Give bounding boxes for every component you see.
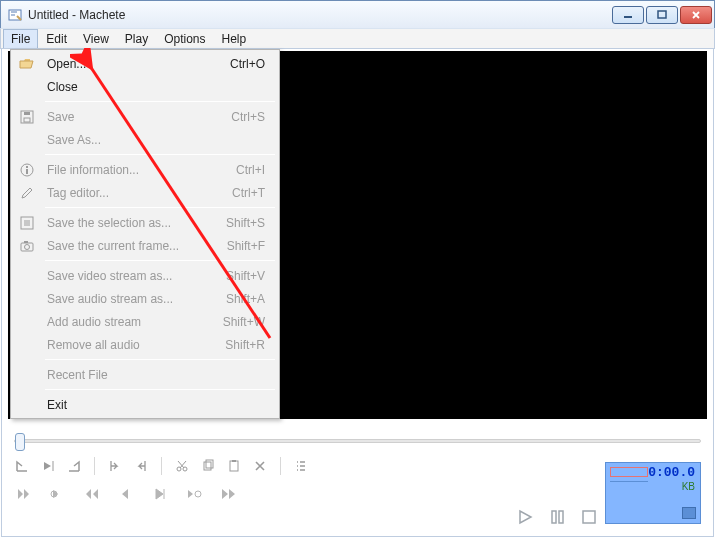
- playback-buttons: [515, 508, 599, 526]
- maximize-button[interactable]: [646, 6, 678, 24]
- list-icon[interactable]: [293, 458, 309, 474]
- sel-start-icon[interactable]: [107, 458, 123, 474]
- next-key-icon[interactable]: [184, 485, 204, 503]
- seek-bar[interactable]: [8, 427, 707, 451]
- menu-separator: [45, 359, 275, 360]
- menu-close-label: Close: [41, 80, 265, 94]
- menu-file-info: File information... Ctrl+I: [13, 158, 277, 181]
- menu-edit[interactable]: Edit: [38, 29, 75, 48]
- window-buttons: [612, 6, 712, 24]
- menu-help[interactable]: Help: [214, 29, 255, 48]
- svg-rect-8: [230, 461, 238, 471]
- pencil-icon: [13, 186, 41, 200]
- prev-key-icon[interactable]: [48, 485, 68, 503]
- menu-open[interactable]: Open... Ctrl+O: [13, 52, 277, 75]
- svg-rect-14: [583, 511, 595, 523]
- menu-exit[interactable]: Exit: [13, 393, 277, 416]
- title-bar: Untitled - Machete: [0, 0, 715, 28]
- svg-rect-2: [658, 11, 666, 18]
- time-display: 0:00.0: [648, 465, 695, 480]
- menu-separator: [45, 260, 275, 261]
- svg-point-24: [25, 244, 30, 249]
- menu-info-accel: Ctrl+I: [236, 163, 277, 177]
- menu-separator: [45, 154, 275, 155]
- camera-icon: [13, 239, 41, 253]
- svg-rect-6: [204, 462, 211, 470]
- svg-rect-17: [24, 112, 30, 115]
- size-unit: KB: [682, 481, 695, 492]
- seek-thumb[interactable]: [15, 433, 25, 451]
- menu-rmaud-accel: Shift+R: [225, 338, 277, 352]
- minimize-button[interactable]: [612, 6, 644, 24]
- menu-recent-file: Recent File: [13, 363, 277, 386]
- menu-save-as: Save As...: [13, 128, 277, 151]
- toolbar-separator: [94, 457, 95, 475]
- svg-rect-19: [26, 169, 28, 174]
- time-panel: 0:00.0 KB: [605, 462, 701, 524]
- menu-bar: File Edit View Play Options Help: [0, 28, 715, 49]
- step-back-icon[interactable]: [116, 485, 136, 503]
- panel-indicator: [610, 467, 648, 477]
- svg-rect-9: [232, 460, 236, 462]
- menu-view[interactable]: View: [75, 29, 117, 48]
- menu-rmaud-label: Remove all audio: [41, 338, 225, 352]
- panel-chip-icon: [682, 507, 696, 519]
- menu-options[interactable]: Options: [156, 29, 213, 48]
- menu-tag-label: Tag editor...: [41, 186, 232, 200]
- menu-tag-editor: Tag editor... Ctrl+T: [13, 181, 277, 204]
- menu-savesel-accel: Shift+S: [226, 216, 277, 230]
- menu-recent-label: Recent File: [41, 368, 265, 382]
- menu-saveas-label: Save As...: [41, 133, 265, 147]
- save-sel-icon: [13, 216, 41, 230]
- toolbar-separator: [161, 457, 162, 475]
- skip-fwd-icon[interactable]: [218, 485, 238, 503]
- menu-addaud-accel: Shift+W: [223, 315, 277, 329]
- menu-addaud-label: Add audio stream: [41, 315, 223, 329]
- menu-save-video-stream: Save video stream as... Shift+V: [13, 264, 277, 287]
- paste-icon[interactable]: [226, 458, 242, 474]
- menu-exit-label: Exit: [41, 398, 265, 412]
- step-fwd-icon[interactable]: [150, 485, 170, 503]
- mark-play-icon[interactable]: [40, 458, 56, 474]
- window-title: Untitled - Machete: [28, 8, 612, 22]
- menu-saveaud-accel: Shift+A: [226, 292, 277, 306]
- menu-save-accel: Ctrl+S: [231, 110, 277, 124]
- cut-icon[interactable]: [174, 458, 190, 474]
- save-icon: [13, 110, 41, 124]
- menu-save-frame: Save the current frame... Shift+F: [13, 234, 277, 257]
- menu-open-label: Open...: [41, 57, 230, 71]
- svg-rect-20: [26, 166, 28, 168]
- menu-save-label: Save: [41, 110, 231, 124]
- seek-track[interactable]: [14, 439, 701, 443]
- menu-save-selection: Save the selection as... Shift+S: [13, 211, 277, 234]
- controls-area: 0:00.0 KB: [8, 427, 707, 530]
- stop-icon[interactable]: [579, 508, 599, 526]
- mark-out-icon[interactable]: [66, 458, 82, 474]
- mark-in-icon[interactable]: [14, 458, 30, 474]
- pause-icon[interactable]: [547, 508, 567, 526]
- menu-remove-audio: Remove all audio Shift+R: [13, 333, 277, 356]
- folder-open-icon: [13, 57, 41, 71]
- info-icon: [13, 163, 41, 177]
- menu-separator: [45, 101, 275, 102]
- app-icon: [7, 7, 23, 23]
- menu-add-audio-stream: Add audio stream Shift+W: [13, 310, 277, 333]
- menu-separator: [45, 389, 275, 390]
- menu-play[interactable]: Play: [117, 29, 156, 48]
- menu-save: Save Ctrl+S: [13, 105, 277, 128]
- svg-rect-7: [206, 460, 213, 468]
- menu-close[interactable]: Close: [13, 75, 277, 98]
- transport-toolbar: [8, 475, 707, 503]
- svg-rect-25: [24, 241, 28, 243]
- rewind-icon[interactable]: [82, 485, 102, 503]
- skip-back-icon[interactable]: [14, 485, 34, 503]
- edit-toolbar: [8, 451, 707, 475]
- close-button[interactable]: [680, 6, 712, 24]
- play-icon[interactable]: [515, 508, 535, 526]
- delete-icon[interactable]: [252, 458, 268, 474]
- sel-end-icon[interactable]: [133, 458, 149, 474]
- file-menu-dropdown: Open... Ctrl+O Close Save Ctrl+S Save As…: [10, 49, 280, 419]
- menu-file[interactable]: File: [3, 29, 38, 48]
- svg-rect-13: [559, 511, 563, 523]
- copy-icon[interactable]: [200, 458, 216, 474]
